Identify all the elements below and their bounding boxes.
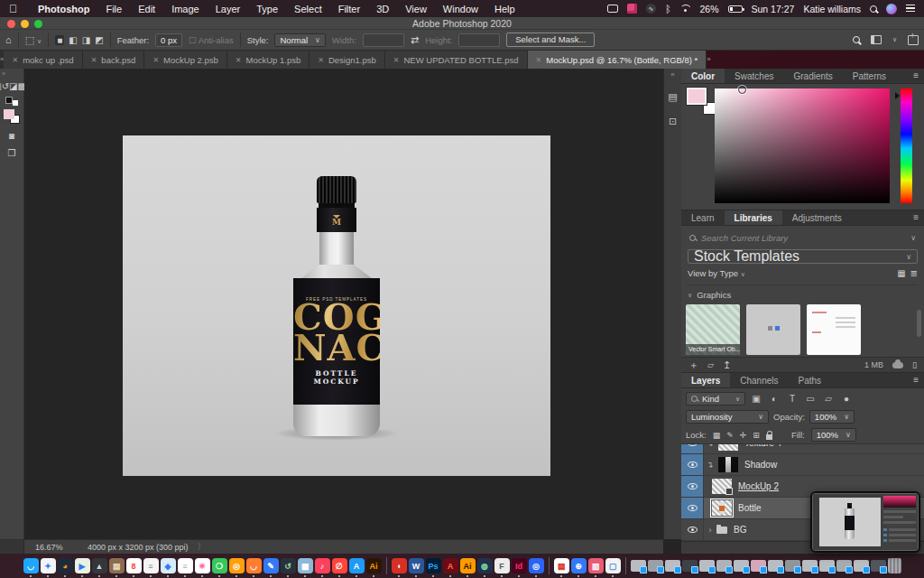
layer-thumbnail[interactable]	[718, 457, 738, 472]
menu-type[interactable]: Type	[248, 4, 286, 14]
creative-cloud-icon[interactable]: ∿	[646, 4, 656, 14]
dock-trash-icon[interactable]	[888, 558, 901, 573]
dock-app-illustrator-2020[interactable]: Ai	[366, 558, 382, 573]
display-icon[interactable]	[607, 5, 618, 13]
tab-overflow-right-icon[interactable]: »	[707, 51, 710, 69]
workspace-chevron-icon[interactable]: ∨	[892, 36, 897, 43]
dock-minimized-window[interactable]	[648, 560, 663, 572]
dock-app-f-app[interactable]: F	[494, 558, 510, 573]
style-dropdown[interactable]: Normal∨	[274, 33, 325, 47]
feather-input[interactable]: 0 px	[155, 33, 182, 47]
layer-visibility-toggle[interactable]	[681, 443, 704, 453]
dock-app-word[interactable]: W	[409, 558, 424, 573]
width-input[interactable]	[363, 33, 404, 47]
dock-app-textedit[interactable]: ≡	[143, 558, 159, 573]
menu-layer[interactable]: Layer	[208, 4, 249, 14]
workspace-switcher-icon[interactable]	[871, 35, 882, 44]
history-brush-tool[interactable]: ↺	[2, 81, 9, 91]
dock-app-acrobat[interactable]: A	[443, 558, 458, 573]
layer-row-texture-4[interactable]: ↴Texture 4	[681, 443, 924, 454]
tab-menu-icon[interactable]: ≡	[908, 210, 924, 225]
dock-minimized-window[interactable]	[716, 560, 732, 572]
dock-app-preview[interactable]: ▦	[298, 558, 313, 573]
pink-app-icon[interactable]	[627, 4, 637, 14]
tab-close-icon[interactable]: ✕	[393, 56, 400, 64]
screen-mode-button[interactable]: ❐	[3, 144, 22, 162]
library-search-field[interactable]: Search Current Library ∨	[685, 230, 920, 246]
layer-visibility-toggle[interactable]	[681, 454, 704, 475]
saturation-brightness-field[interactable]	[715, 89, 890, 203]
tab-close-icon[interactable]: ✕	[91, 56, 97, 64]
dock-minimized-window[interactable]	[665, 560, 680, 572]
dock-app-docs-app[interactable]: ▤	[554, 558, 569, 573]
document-canvas[interactable]: M FREE PSD TEMPLATES COG NAC BOTTLE MOCK…	[123, 135, 550, 476]
new-selection-button[interactable]: ■	[55, 35, 64, 45]
document-tab[interactable]: ✕NEW UPDATED BOTTLE.psd	[385, 51, 528, 69]
blend-mode-dropdown[interactable]: Luminosity∨	[686, 410, 769, 424]
dock-app-chat-app[interactable]: ◖	[392, 558, 407, 573]
eraser-tool[interactable]: ◪	[9, 81, 17, 91]
document-tab[interactable]: ✕MockUp 2.psb	[144, 51, 226, 69]
view-by-type-dropdown[interactable]: View by Type ∨	[688, 268, 745, 278]
filter-shape-layers-icon[interactable]: ▭	[803, 394, 818, 404]
tab-swatches[interactable]: Swatches	[725, 69, 783, 83]
document-tab[interactable]: ✕Design1.psb	[310, 51, 385, 69]
search-collapse-icon[interactable]: ∨	[910, 234, 916, 242]
dock-app-illustrator-cc[interactable]: Ai	[460, 558, 476, 573]
user-name[interactable]: Katie williams	[803, 4, 861, 14]
menu-filter[interactable]: Filter	[330, 4, 368, 14]
foreground-color-swatch[interactable]	[4, 109, 14, 119]
tab-close-icon[interactable]: ✕	[152, 56, 159, 64]
library-select-dropdown[interactable]: Stock Templates∨	[688, 249, 918, 264]
zoom-level-field[interactable]: 16.67%	[35, 543, 88, 552]
subtract-selection-button[interactable]: ◨	[82, 35, 90, 45]
layer-thumbnail[interactable]	[718, 443, 738, 451]
home-icon[interactable]: ⌂	[5, 34, 12, 45]
properties-panel-icon[interactable]: ⊡	[664, 116, 681, 127]
menu-select[interactable]: Select	[286, 4, 330, 14]
group-expand-icon[interactable]: ›	[704, 526, 716, 535]
search-icon[interactable]	[853, 36, 860, 43]
active-tool-icon[interactable]: ⬚ ∨	[25, 34, 42, 46]
list-view-icon[interactable]: ≣	[910, 268, 918, 278]
dock-app-books[interactable]: ◡	[246, 558, 262, 573]
siri-icon[interactable]	[886, 4, 897, 14]
apple-menu-icon[interactable]: 	[9, 3, 17, 15]
layer-name[interactable]: BG	[734, 525, 746, 535]
menu-help[interactable]: Help	[486, 4, 523, 14]
library-delete-icon[interactable]: ▯	[912, 360, 917, 369]
toolbar-collapse-icon[interactable]: »	[0, 70, 5, 77]
document-tab[interactable]: ✕mokc up .psd	[4, 51, 82, 69]
dock-app-launchpad[interactable]: ▲	[92, 558, 107, 573]
expand-panels-icon[interactable]: «	[664, 69, 681, 79]
select-and-mask-button[interactable]: Select and Mask...	[506, 33, 595, 47]
dock-app-window-app[interactable]: ▢	[605, 558, 621, 573]
lock-transparency-icon[interactable]: ▦	[713, 431, 721, 440]
tab-adjustments[interactable]: Adjustments	[782, 210, 852, 225]
library-upload-icon[interactable]: ↥	[723, 359, 731, 371]
library-item-2[interactable]	[746, 304, 800, 355]
tab-close-icon[interactable]: ✕	[536, 56, 542, 64]
dock-minimized-window[interactable]	[802, 560, 818, 572]
menu-clock[interactable]: Sun 17:27	[752, 4, 795, 14]
dock-app-do-not-disturb[interactable]: ∅	[332, 558, 347, 573]
dock-minimized-window[interactable]	[836, 560, 852, 572]
tab-libraries[interactable]: Libraries	[725, 210, 782, 225]
layer-thumbnail[interactable]	[712, 500, 732, 516]
dock-minimized-window[interactable]	[871, 560, 886, 572]
hue-slider[interactable]	[901, 89, 912, 203]
layer-name[interactable]: Shadow	[744, 460, 777, 470]
filter-type-layers-icon[interactable]: T	[785, 394, 799, 404]
dock-app-calendar[interactable]: 8	[126, 558, 142, 573]
menu-image[interactable]: Image	[163, 4, 208, 14]
layer-thumbnail[interactable]	[712, 479, 732, 494]
dock-app-finder[interactable]: ◡	[23, 558, 39, 573]
menu-file[interactable]: File	[97, 4, 130, 14]
wifi-icon[interactable]	[679, 5, 690, 13]
dock-app-cards-app[interactable]: ▥	[588, 558, 604, 573]
fill-input[interactable]: 100%∨	[811, 428, 856, 442]
layer-visibility-toggle[interactable]	[681, 476, 704, 497]
tab-color[interactable]: Color	[681, 69, 725, 83]
filter-adjustment-layers-icon[interactable]: ◐	[767, 394, 781, 404]
tab-patterns[interactable]: Patterns	[843, 69, 896, 83]
